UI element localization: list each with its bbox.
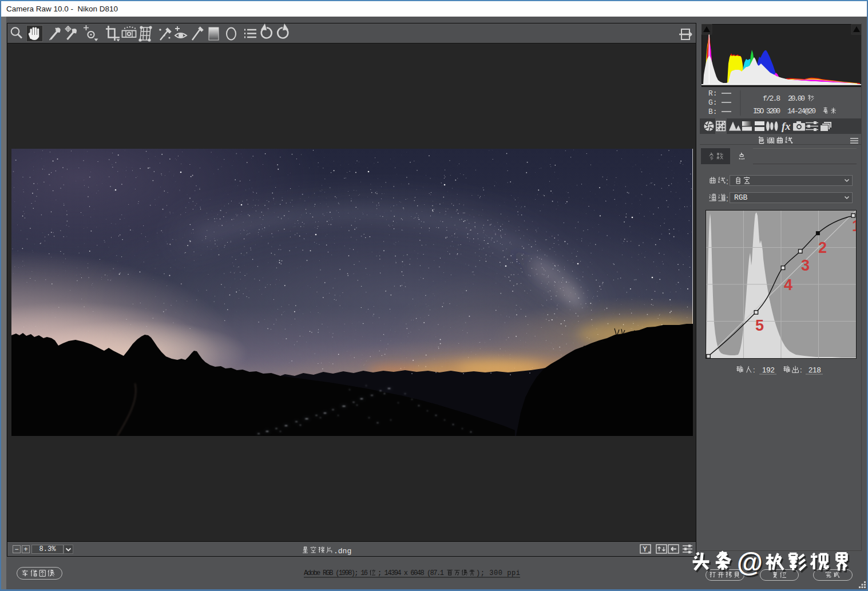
svg-text:Adobe RGB (1998); 16: Adobe RGB (1998); 16 bbox=[304, 569, 368, 577]
svg-text:2: 2 bbox=[818, 239, 827, 256]
svg-text:192: 192 bbox=[762, 366, 775, 374]
svg-text:1: 1 bbox=[852, 217, 857, 235]
svg-text:20.00: 20.00 bbox=[788, 94, 805, 103]
svg-text:@: @ bbox=[737, 548, 763, 577]
svg-text:; 14394 x 6048 (87.1: ; 14394 x 6048 (87.1 bbox=[378, 569, 444, 577]
svg-text:3: 3 bbox=[801, 257, 810, 274]
svg-text:Y: Y bbox=[643, 545, 647, 553]
svg-text:.dng: .dng bbox=[334, 547, 351, 556]
svg-text::: : bbox=[726, 177, 728, 186]
svg-text:218: 218 bbox=[808, 366, 821, 374]
svg-text:); 300 ppi: ); 300 ppi bbox=[476, 569, 520, 577]
svg-text:f/2.8: f/2.8 bbox=[763, 94, 780, 103]
svg-text:5: 5 bbox=[755, 317, 764, 334]
svg-text::: : bbox=[726, 194, 728, 203]
svg-text:G:: G: bbox=[708, 98, 718, 107]
svg-text::: : bbox=[753, 366, 755, 374]
svg-text:4: 4 bbox=[784, 276, 792, 293]
svg-text:R:: R: bbox=[708, 89, 718, 98]
svg-text:fx: fx bbox=[782, 120, 791, 132]
svg-text::: : bbox=[800, 366, 802, 374]
